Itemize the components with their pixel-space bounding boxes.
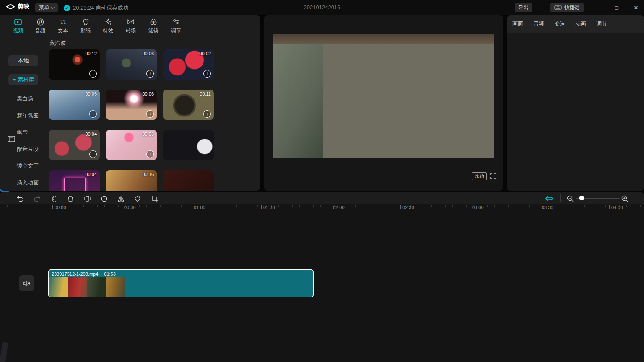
clip-header: 233917512-1-208.mp4 01:53 xyxy=(49,270,313,277)
download-icon[interactable]: ↓ xyxy=(203,70,211,78)
crop-icon[interactable] xyxy=(150,194,159,203)
delete-icon[interactable] xyxy=(66,194,75,203)
export-button-top[interactable]: 导出 xyxy=(515,3,532,12)
triangle-down-icon xyxy=(13,79,16,81)
clip-filename: 233917512-1-208.mp4 xyxy=(52,272,98,277)
sidebar-item-blackwhite[interactable]: 黑白场 xyxy=(17,95,33,103)
capcut-window: 剪映 菜单 ✓ 20:23:24 自动保存成功 202101242016 导出 … xyxy=(0,0,644,362)
ruler-label: 04:00 xyxy=(609,205,623,210)
redo-icon[interactable] xyxy=(32,194,42,203)
tab-adjust-props[interactable]: 调节 xyxy=(596,20,607,28)
sidebar-item-voiceover[interactable]: 配音片段 xyxy=(17,145,39,153)
duration-badge: 00:11 xyxy=(200,91,211,96)
ruler-label: 00:30 xyxy=(122,205,136,210)
project-title: 202101242016 xyxy=(0,4,644,10)
download-icon[interactable]: ↓ xyxy=(203,110,211,118)
speaker-icon xyxy=(23,280,30,287)
library-label: 素材库 xyxy=(18,76,34,83)
materials-section-title: 蒸汽波 xyxy=(49,39,66,47)
filters-icon xyxy=(142,18,165,26)
material-thumb[interactable]: 00:04 ↓ xyxy=(49,130,100,160)
timeline-clip[interactable]: 233917512-1-208.mp4 01:53 xyxy=(48,269,314,297)
library-sidebar: 本地 素材库 黑白场 新年氛围 飘雪 配音片段 镂空文字 插入动画 蒸汽波 xyxy=(0,34,47,191)
tab-text-label: 文本 xyxy=(51,27,75,34)
maximize-button[interactable]: □ xyxy=(611,2,622,13)
tab-adjust[interactable]: 调节 xyxy=(164,18,188,34)
text-icon: TI xyxy=(51,18,75,26)
tab-audio[interactable]: 音频 xyxy=(29,18,52,34)
sidebar-item-snow[interactable]: 飘雪 xyxy=(17,129,28,136)
download-icon[interactable]: ↓ xyxy=(89,150,97,158)
duration-badge: 00:03 xyxy=(142,132,154,137)
keyboard-icon xyxy=(554,5,562,10)
ruler-label: 02:30 xyxy=(400,205,414,210)
adjust-icon xyxy=(164,18,188,26)
material-thumb[interactable]: 00:12 ↓ xyxy=(49,49,100,80)
undo-icon[interactable] xyxy=(16,194,25,203)
material-thumb[interactable]: 00:03 ↓ xyxy=(106,130,157,160)
sidebar-item-local[interactable]: 本地 xyxy=(8,55,38,66)
properties-panel: 画面 音频 变速 动画 调节 xyxy=(507,15,644,191)
tab-text[interactable]: TI 文本 xyxy=(51,18,75,34)
material-thumb[interactable]: 00:02 ↓ xyxy=(163,49,214,80)
tab-transition[interactable]: 转场 xyxy=(119,18,143,34)
tab-filters[interactable]: 滤镜 xyxy=(142,18,165,34)
freeze-frame-icon[interactable] xyxy=(83,194,92,203)
tab-sticker[interactable]: 贴纸 xyxy=(74,18,97,34)
decor xyxy=(273,34,494,44)
sidebar-item-insertanim[interactable]: 插入动画 xyxy=(17,179,39,186)
material-thumb[interactable]: 00:11 ↓ xyxy=(163,90,214,120)
material-thumb[interactable]: 00:16 xyxy=(106,170,157,191)
download-icon[interactable]: ↓ xyxy=(146,70,154,78)
tab-effects[interactable]: 特效 xyxy=(96,18,120,34)
material-thumb[interactable]: 00:06 ↓ xyxy=(106,49,157,80)
sidebar-item-library[interactable]: 素材库 xyxy=(8,74,38,85)
zoom-out-icon[interactable] xyxy=(566,194,575,203)
download-icon[interactable]: ↓ xyxy=(89,110,97,118)
sidebar-item-hollowtext[interactable]: 镂空文字 xyxy=(17,162,39,170)
download-icon[interactable]: ↓ xyxy=(146,150,154,158)
sidebar-item-newyear[interactable]: 新年氛围 xyxy=(17,112,39,119)
tab-picture[interactable]: 画面 xyxy=(512,20,523,28)
titlebar-divider xyxy=(541,4,541,11)
tab-sticker-label: 贴纸 xyxy=(74,27,97,34)
timeline-ruler[interactable]: 00:00 00:30 01:00 01:30 02:00 02:30 03:0… xyxy=(0,204,644,211)
material-thumb[interactable]: 00:04 xyxy=(49,170,100,191)
duration-badge: 00:02 xyxy=(199,51,211,56)
ratio-button[interactable]: 原始 xyxy=(472,172,487,180)
tab-audio-props[interactable]: 音频 xyxy=(533,20,544,28)
properties-body xyxy=(507,33,644,191)
track-mute-button[interactable] xyxy=(19,275,34,291)
preview-video[interactable]: bilibili xyxy=(273,34,494,158)
clip-duration: 01:53 xyxy=(104,272,116,277)
tab-effects-label: 特效 xyxy=(96,27,120,34)
mirror-icon[interactable] xyxy=(116,194,125,203)
clip-filmstrip xyxy=(49,277,313,297)
fullscreen-icon[interactable] xyxy=(490,173,496,181)
tab-speed[interactable]: 变速 xyxy=(554,20,565,28)
material-thumb[interactable] xyxy=(163,130,214,160)
download-icon[interactable]: ↓ xyxy=(89,70,97,78)
duration-badge: 00:06 xyxy=(142,51,154,56)
material-thumb[interactable]: 00:06 ↓ xyxy=(49,90,100,120)
tab-video[interactable]: 视频 xyxy=(6,18,30,34)
material-thumb[interactable] xyxy=(163,170,214,191)
shortcuts-button[interactable]: 快捷键 xyxy=(550,3,584,12)
split-icon[interactable] xyxy=(49,194,58,203)
rotate-icon[interactable] xyxy=(133,194,142,203)
zoom-in-icon[interactable] xyxy=(620,194,629,203)
duration-badge: 00:04 xyxy=(85,172,97,177)
material-thumb[interactable]: 00:06 ↓ xyxy=(106,90,157,120)
close-button[interactable]: ✕ xyxy=(631,2,641,13)
ruler-label: 02:00 xyxy=(331,205,345,210)
minimize-button[interactable]: — xyxy=(591,2,602,13)
snap-icon[interactable] xyxy=(545,194,554,203)
download-icon[interactable]: ↓ xyxy=(146,110,154,118)
tab-adjust-label: 调节 xyxy=(164,27,188,34)
video-icon xyxy=(6,18,30,26)
zoom-slider-handle[interactable] xyxy=(579,196,584,200)
tab-animation[interactable]: 动画 xyxy=(575,20,586,28)
ruler-label: 01:30 xyxy=(261,205,275,210)
reverse-icon[interactable] xyxy=(99,194,109,203)
ruler-label: 03:00 xyxy=(470,205,484,210)
